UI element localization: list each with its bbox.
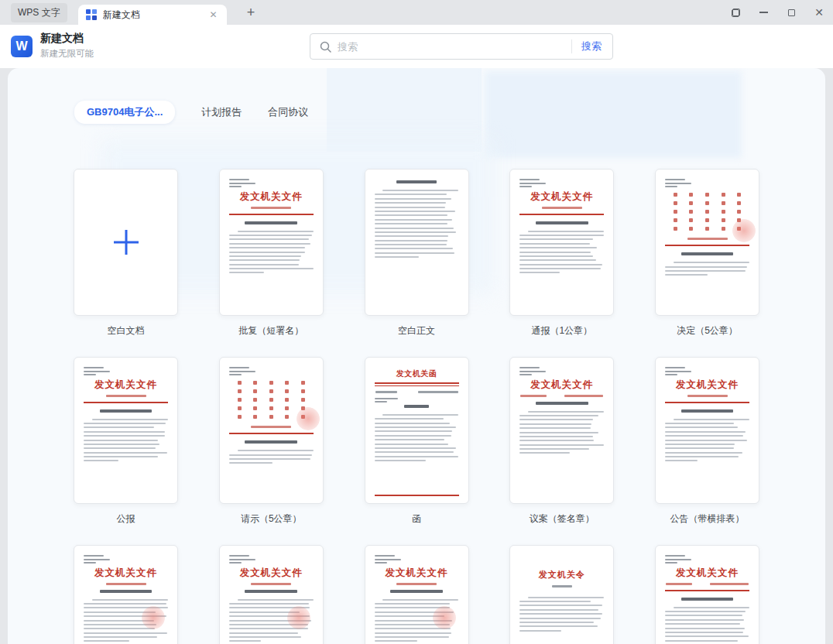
maximize-icon [788,9,795,16]
template-card[interactable]: 发文机关文件 [365,545,469,644]
template-card[interactable]: 发文机关文件 [74,545,178,644]
page-subtitle: 新建无限可能 [40,48,94,60]
new-blank-document-card[interactable] [74,169,178,316]
doc-red-header: 发文机关文件 [519,379,604,390]
template-card[interactable]: 发文机关文件 [509,169,614,316]
restore-icon [732,9,740,17]
seal-stamp [732,219,756,242]
template-card[interactable]: 发文机关文件 [509,357,614,504]
template-card[interactable]: 发文机关文件 [219,169,324,316]
seal-stamp [287,606,310,629]
template-label: 通报（1公章） [531,324,592,337]
maximize-button[interactable] [777,0,805,25]
joint-issuers-grid [671,193,743,231]
wps-grid-icon [86,9,97,20]
search-box[interactable]: 搜索 [310,33,613,60]
template-card[interactable] [365,169,469,316]
template-cell: 发文机关文件 [365,545,469,644]
template-card[interactable] [219,357,324,504]
search-button[interactable]: 搜索 [581,39,602,53]
search-divider [571,39,572,53]
template-cell: 请示（5公章） [219,357,324,525]
template-cell: 发文机关文件 [655,545,759,644]
template-card[interactable]: 发文机关令 [509,545,614,644]
category-tabs: GB9704电子公...计划报告合同协议 [74,101,308,124]
template-cell: 空白文档 [74,169,178,337]
template-label: 函 [412,512,421,525]
seal-stamp [433,606,456,629]
template-cell: 发文机关文件通报（1公章） [509,169,614,337]
doc-red-header: 发文机关文件 [229,191,314,202]
joint-issuers-grid [235,381,307,419]
doc-red-header: 发文机关文件 [84,379,168,390]
category-tab-1[interactable]: GB9704电子公... [74,101,175,124]
template-cell: 发文机关文件议案（签名章） [509,357,614,525]
template-card[interactable]: 发文机关文件 [74,357,178,504]
decorative-gradient [485,71,742,158]
search-input[interactable] [338,41,571,53]
template-grid: 空白文档发文机关文件批复（短署名）空白正文发文机关文件通报（1公章）决定（5公章… [74,169,759,644]
doc-red-header: 发文机关文件 [84,567,168,578]
template-label: 批复（短署名） [238,324,303,337]
doc-red-header: 发文机关文件 [665,567,749,578]
template-card[interactable] [655,169,759,316]
category-tab-3[interactable]: 合同协议 [268,105,308,119]
template-card[interactable]: 发文机关文件 [655,357,759,504]
template-cell: 决定（5公章） [655,169,759,337]
template-cell: 发文机关文件批复（短署名） [219,169,324,337]
doc-red-header: 发文机关文件 [665,379,749,390]
category-tab-2[interactable]: 计划报告 [201,105,242,119]
page-header: W 新建文档 新建无限可能 搜索 [0,25,833,68]
template-card[interactable]: 发文机关文件 [219,545,324,644]
new-tab-button[interactable]: + [242,4,260,21]
window-controls: ✕ [722,0,833,25]
doc-red-header: 发文机关文件 [229,567,314,578]
template-cell: 发文机关令 [509,545,614,644]
template-label: 公报 [117,512,135,525]
template-cell: 发文机关文件 [219,545,324,644]
document-tab[interactable]: 新建文档 ✕ [78,5,227,25]
doc-letter-header: 发文机关函 [375,368,459,379]
template-cell: 发文机关文件 [74,545,178,644]
minimize-button[interactable] [749,0,777,25]
template-card[interactable]: 发文机关函 [365,357,469,504]
template-card[interactable]: 发文机关文件 [655,545,759,644]
template-cell: 发文机关函函 [365,357,469,525]
minimize-icon [759,12,768,13]
doc-red-header: 发文机关文件 [519,191,604,202]
template-label: 请示（5公章） [241,512,302,525]
seal-stamp [142,606,165,629]
template-label: 空白正文 [398,324,435,337]
page-title: 新建文档 [40,32,84,46]
template-label: 公告（带横排表） [670,512,745,525]
template-cell: 空白正文 [365,169,469,337]
layout-restore-button[interactable] [722,0,749,25]
plus-icon [109,225,143,259]
app-menu-button[interactable]: WPS 文字 [11,3,67,22]
tab-close-icon[interactable]: ✕ [208,9,219,21]
template-cell: 发文机关文件公报 [74,357,178,525]
doc-red-header: 发文机关文件 [375,567,459,578]
tab-title: 新建文档 [103,9,208,22]
templates-panel: GB9704电子公...计划报告合同协议 空白文档发文机关文件批复（短署名）空白… [8,68,825,644]
template-label: 空白文档 [108,324,145,337]
template-cell: 发文机关文件公告（带横排表） [655,357,759,525]
template-label: 议案（签名章） [530,512,595,525]
window-tab-bar: WPS 文字 新建文档 ✕ + ✕ [0,0,833,25]
close-button[interactable]: ✕ [805,0,833,25]
close-icon: ✕ [814,7,824,18]
seal-stamp [297,407,320,430]
search-icon [320,41,331,53]
template-label: 决定（5公章） [677,324,738,337]
doc-order-header: 发文机关令 [519,570,604,581]
wps-writer-logo: W [11,36,33,57]
decorative-gradient [327,68,482,152]
